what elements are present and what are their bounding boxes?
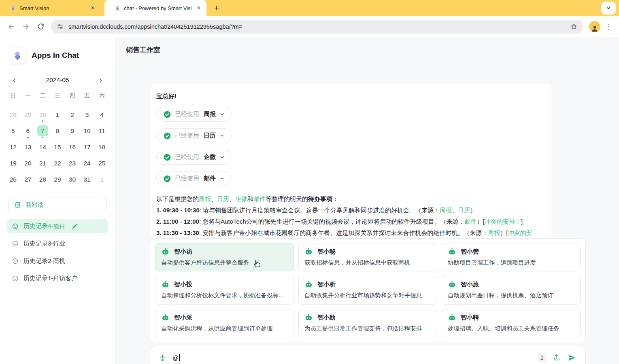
robot-icon: [161, 248, 170, 256]
agent-card-header: 智小秘: [304, 248, 431, 256]
weekday-label: 日: [6, 89, 21, 102]
agent-card[interactable]: 智小管 协助项目管理工作，追踪项目进度: [442, 243, 581, 271]
history-item[interactable]: 历史记录4-项目: [7, 219, 108, 233]
history-item[interactable]: 历史记录1-拜访客户: [7, 271, 108, 286]
used-tool-button[interactable]: 已经使用 日历: [156, 128, 232, 143]
agent-card[interactable]: 智小聘 处理招聘、入职、培训和员工关系管理任务: [442, 309, 581, 337]
calendar-day[interactable]: 29: [21, 106, 36, 123]
calendar-day[interactable]: 28: [35, 171, 50, 187]
site-info-icon[interactable]: [57, 23, 64, 30]
tab-chat-active[interactable]: chat - Powered by Smart Visi ×: [104, 0, 206, 16]
agent-card[interactable]: 智小旅 自动规划出差日程，提供机票、酒店预订: [442, 276, 581, 304]
agent-card[interactable]: 智小秘 获取招标信息，并从招标信息中获取商机: [298, 243, 437, 271]
upload-icon[interactable]: [553, 353, 561, 362]
new-chat-button[interactable]: 新对话: [8, 197, 107, 212]
calendar-day[interactable]: 30: [35, 106, 50, 123]
calendar-day[interactable]: 1: [94, 171, 109, 187]
calendar-day[interactable]: 2: [65, 106, 80, 123]
calendar-day[interactable]: 11: [94, 123, 109, 139]
used-tools-list: 已经使用 周报 已经使用 日历 已经使用 企微 已经使用 邮件: [156, 107, 546, 186]
edit-pencil-icon[interactable]: [72, 223, 78, 229]
new-tab-button[interactable]: +: [211, 2, 223, 14]
compose-icon: [15, 201, 21, 208]
agent-card[interactable]: 智小析 自动收集并分析行业市场趋势和竞争对手信息: [298, 276, 437, 304]
calendar-day-grid: 2829301234567891011121314151617181920212…: [6, 106, 109, 187]
calendar-day[interactable]: 3: [80, 106, 95, 123]
reload-button[interactable]: [33, 19, 48, 34]
used-tool-button[interactable]: 已经使用 企微: [156, 150, 232, 165]
calendar-day[interactable]: 31: [80, 171, 95, 187]
app-logo: [9, 47, 26, 64]
bookmark-star-icon[interactable]: [570, 23, 578, 30]
calendar-day[interactable]: 19: [6, 155, 21, 171]
event-dot: [42, 137, 43, 138]
calendar-day[interactable]: 14: [35, 139, 50, 155]
calendar-day[interactable]: 1: [50, 106, 65, 123]
calendar-day[interactable]: 20: [21, 155, 36, 171]
agent-card[interactable]: 智小投 自动整理和分析投标文件要求，协助准备投标...: [155, 276, 294, 304]
calendar-day[interactable]: 29: [50, 171, 65, 187]
tab-close-icon[interactable]: ×: [89, 4, 96, 12]
agent-name: 智小投: [174, 281, 192, 288]
calendar-day[interactable]: 7: [35, 123, 50, 139]
robot-icon: [448, 313, 456, 322]
calendar-day[interactable]: 23: [65, 155, 80, 171]
calendar-day[interactable]: 22: [50, 155, 65, 171]
used-tool-button[interactable]: 已经使用 邮件: [156, 171, 232, 186]
calendar-day[interactable]: 10: [80, 123, 95, 139]
agent-name: 智小访: [174, 248, 192, 256]
tab-smart-vision[interactable]: Smart Vision ×: [0, 0, 100, 16]
url-text[interactable]: smartvision.dcclouds.com/appsinchat/2404…: [68, 23, 565, 30]
calendar-prev-button[interactable]: ‹: [11, 75, 18, 85]
agent-card[interactable]: 智小助 为员工提供日常工作管理支持，包括日程安排: [298, 309, 437, 337]
agent-card[interactable]: 智小采 自动化采购流程，从供应商管理到订单处理: [155, 309, 294, 337]
calendar-day[interactable]: 25: [94, 155, 109, 171]
browser-menu-button[interactable]: ⋮: [603, 22, 615, 31]
calendar-day[interactable]: 28: [6, 106, 21, 123]
calendar-day[interactable]: 26: [6, 171, 21, 187]
calendar-next-button[interactable]: ›: [97, 75, 104, 85]
tab-search-button[interactable]: [601, 2, 616, 15]
agent-card-header: 智小采: [161, 313, 288, 322]
calendar-day[interactable]: 4: [94, 106, 109, 123]
chevron-down-icon: [219, 176, 225, 181]
calendar-day[interactable]: 21: [35, 155, 50, 171]
tab-close-icon[interactable]: ×: [195, 4, 202, 12]
calendar-day[interactable]: 16: [65, 139, 80, 155]
used-tool-button[interactable]: 已经使用 周报: [156, 107, 232, 122]
profile-avatar[interactable]: [589, 21, 600, 32]
calendar-day[interactable]: 15: [50, 139, 65, 155]
calendar-day[interactable]: 18: [94, 139, 109, 155]
forward-button[interactable]: [19, 19, 33, 34]
microphone-icon[interactable]: [159, 353, 166, 362]
url-bar[interactable]: smartvision.dcclouds.com/appsinchat/2404…: [51, 20, 583, 34]
calendar-day[interactable]: 12: [6, 139, 21, 155]
send-icon[interactable]: [567, 353, 576, 362]
message-input[interactable]: @: [172, 354, 180, 361]
agent-description: 自动规划出差日程，提供机票、酒店预订: [448, 292, 574, 299]
calendar-day[interactable]: 5: [6, 123, 21, 139]
robot-icon: [161, 280, 170, 289]
chevron-down-icon: [219, 154, 225, 160]
text-caret: [179, 354, 180, 361]
agent-card-header: 智小访: [161, 248, 288, 256]
agent-name: 智小助: [317, 314, 336, 322]
message-input-bar[interactable]: @ 1: [150, 346, 586, 364]
sidebar: Apps In Chat ‹ 2024-05 › 日一二三四五六 2829301…: [0, 37, 115, 364]
history-item-label: 历史记录1-拜访客户: [23, 275, 77, 282]
history-item[interactable]: 历史记录3-行业: [7, 236, 108, 251]
calendar-day[interactable]: 6: [21, 123, 36, 139]
back-button[interactable]: [4, 19, 19, 34]
calendar-day[interactable]: 24: [80, 155, 95, 171]
event-dot: [27, 137, 29, 138]
agent-card[interactable]: 智小访 自动提供客户拜访信息并整合服务: [155, 243, 294, 271]
calendar-day[interactable]: 8: [50, 123, 65, 139]
calendar-day[interactable]: 27: [21, 171, 36, 187]
agent-description: 自动提供客户拜访信息并整合服务: [161, 259, 288, 267]
calendar-day[interactable]: 17: [80, 139, 95, 155]
calendar-day[interactable]: 30: [65, 171, 80, 187]
history-item[interactable]: 历史记录2-商机: [7, 254, 108, 268]
calendar-day[interactable]: 13: [21, 139, 36, 155]
calendar-day[interactable]: 9: [65, 123, 80, 139]
calendar-weekday-row: 日一二三四五六: [6, 89, 109, 102]
